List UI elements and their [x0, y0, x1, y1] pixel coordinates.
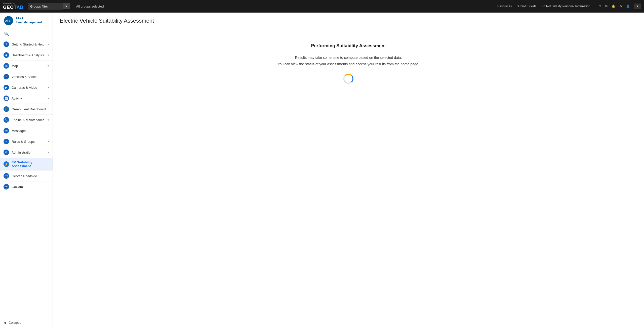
sidebar-item-engine[interactable]: 🔧Engine & Maintenance▾: [0, 115, 53, 125]
sidebar-item-geotab-roadside[interactable]: 🚧Geotab Roadside: [0, 171, 53, 181]
sidebar-item-messages[interactable]: ✉Messages: [0, 125, 53, 136]
sidebar: AT&T AT&TFleet Management 🔍 ?Getting Sta…: [0, 13, 53, 327]
vehicles-nav-icon: 🚗: [4, 74, 9, 79]
assessment-text-2: You can view the status of your assessme…: [278, 62, 419, 66]
nav-items-container: ?Getting Started & Help▾◉Dashboard & Ana…: [0, 39, 53, 192]
sidebar-item-activity[interactable]: 📈Activity▾: [0, 93, 53, 104]
assessment-heading: Performing Suitability Assessment: [311, 43, 386, 49]
activity-nav-icon: 📈: [4, 96, 9, 101]
resources-link[interactable]: Resources: [497, 5, 512, 8]
app-body: AT&T AT&TFleet Management 🔍 ?Getting Sta…: [0, 13, 644, 327]
collapse-button[interactable]: ◀ Collapse: [0, 318, 53, 327]
settings-icon[interactable]: ⚙: [619, 5, 622, 8]
chevron-icon-dashboard: ▾: [48, 54, 49, 57]
logo-powered-text: Powered by: [3, 3, 24, 5]
logo-geotab-text: GEOTAB: [3, 5, 24, 10]
sidebar-item-label-vehicles: Vehicles & Assets: [12, 75, 49, 79]
sidebar-item-vehicles[interactable]: 🚗Vehicles & Assets: [0, 71, 53, 82]
chevron-icon-engine: ▾: [48, 118, 49, 122]
chevron-icon-activity: ▾: [48, 97, 49, 100]
sidebar-brand: AT&T AT&TFleet Management: [0, 13, 53, 29]
getting-started-nav-icon: ?: [4, 41, 9, 47]
sidebar-item-label-geotab-roadside: Geotab Roadside: [12, 174, 49, 178]
chevron-icon-cameras: ▾: [48, 86, 49, 89]
user-dropdown-arrow: ▼: [636, 5, 639, 8]
logo-area: Powered by GEOTAB: [3, 3, 24, 10]
cameras-nav-icon: ▶: [4, 85, 9, 90]
page-title: Electric Vehicle Suitability Assessment: [60, 18, 637, 24]
collapse-arrow-icon: ◀: [4, 321, 6, 324]
engine-nav-icon: 🔧: [4, 117, 9, 123]
sidebar-item-label-dashboard: Dashboard & Analytics: [12, 53, 45, 57]
mail-icon[interactable]: ✉: [605, 5, 608, 8]
top-bar-right: Resources Submit Tickets Do Not Sell My …: [497, 4, 641, 9]
ev-suitability-nav-icon: ⚡: [4, 161, 9, 167]
dashboard-nav-icon: ◉: [4, 52, 9, 58]
submit-tickets-link[interactable]: Submit Tickets: [517, 5, 536, 8]
sidebar-item-label-rules: Rules & Groups: [12, 140, 45, 144]
collapse-label: Collapse: [9, 321, 21, 324]
chevron-icon-rules: ▾: [48, 140, 49, 143]
sidebar-item-label-getting-started: Getting Started & Help: [12, 42, 45, 46]
all-groups-selected-text: All groups selected: [76, 5, 104, 8]
sidebar-item-label-gocam: GoCam+: [12, 185, 49, 189]
green-fleet-nav-icon: 🌿: [4, 106, 9, 112]
main-content: Electric Vehicle Suitability Assessment …: [53, 13, 644, 327]
map-nav-icon: ⊞: [4, 63, 9, 69]
sidebar-item-map[interactable]: ⊞Map▾: [0, 61, 53, 71]
sidebar-item-label-green-fleet: Green Fleet Dashboard: [12, 107, 49, 111]
sidebar-item-dashboard[interactable]: ◉Dashboard & Analytics▾: [0, 50, 53, 61]
bell-icon[interactable]: 🔔: [612, 5, 615, 8]
sidebar-item-label-cameras: Cameras & Video: [12, 86, 45, 89]
top-bar-icons: ? ✉ 🔔 ⚙ 👤 ▼: [599, 4, 641, 9]
top-bar: Powered by GEOTAB ▼ All groups selected …: [0, 0, 644, 13]
groups-filter-input[interactable]: [28, 3, 63, 10]
help-icon[interactable]: ?: [599, 5, 601, 8]
groups-filter-container: ▼: [28, 3, 70, 10]
search-icon[interactable]: 🔍: [4, 32, 9, 36]
sidebar-search-row[interactable]: 🔍: [0, 29, 53, 39]
page-header: Electric Vehicle Suitability Assessment: [53, 13, 644, 28]
chevron-icon-administration: ▾: [48, 151, 49, 154]
loading-spinner: [343, 74, 353, 84]
user-icon[interactable]: 👤: [626, 5, 630, 8]
do-not-sell-link[interactable]: Do Not Sell My Personal Information: [541, 5, 590, 8]
rules-nav-icon: ≡: [4, 139, 9, 144]
sidebar-item-gocam[interactable]: 📷GoCam+: [0, 181, 53, 192]
brand-name-text: AT&TFleet Management: [16, 17, 42, 24]
groups-filter-dropdown-button[interactable]: ▼: [63, 3, 70, 9]
gocam-nav-icon: 📷: [4, 184, 9, 190]
sidebar-item-green-fleet[interactable]: 🌿Green Fleet Dashboard: [0, 104, 53, 115]
sidebar-item-label-ev-suitability: EV Suitability Assessment: [12, 160, 49, 168]
sidebar-item-getting-started[interactable]: ?Getting Started & Help▾: [0, 39, 53, 50]
sidebar-item-label-messages: Messages: [12, 129, 49, 133]
sidebar-item-administration[interactable]: ⚙Administration▾: [0, 147, 53, 158]
sidebar-item-cameras[interactable]: ▶Cameras & Video▾: [0, 82, 53, 93]
chevron-icon-getting-started: ▾: [48, 43, 49, 46]
sidebar-item-label-administration: Administration: [12, 151, 45, 154]
sidebar-item-label-engine: Engine & Maintenance: [12, 118, 45, 122]
administration-nav-icon: ⚙: [4, 150, 9, 155]
sidebar-item-label-activity: Activity: [12, 97, 45, 100]
brand-logo: AT&T: [4, 16, 13, 25]
sidebar-item-label-map: Map: [12, 64, 45, 68]
assessment-text-1: Results may take some time to compute ba…: [295, 56, 402, 60]
user-dropdown[interactable]: ▼: [634, 4, 641, 9]
chevron-icon-map: ▾: [48, 64, 49, 68]
geotab-roadside-nav-icon: 🚧: [4, 173, 9, 179]
messages-nav-icon: ✉: [4, 128, 9, 133]
sidebar-item-ev-suitability[interactable]: ⚡EV Suitability Assessment: [0, 158, 53, 171]
sidebar-item-rules[interactable]: ≡Rules & Groups▾: [0, 136, 53, 147]
page-body: Performing Suitability Assessment Result…: [53, 28, 644, 327]
